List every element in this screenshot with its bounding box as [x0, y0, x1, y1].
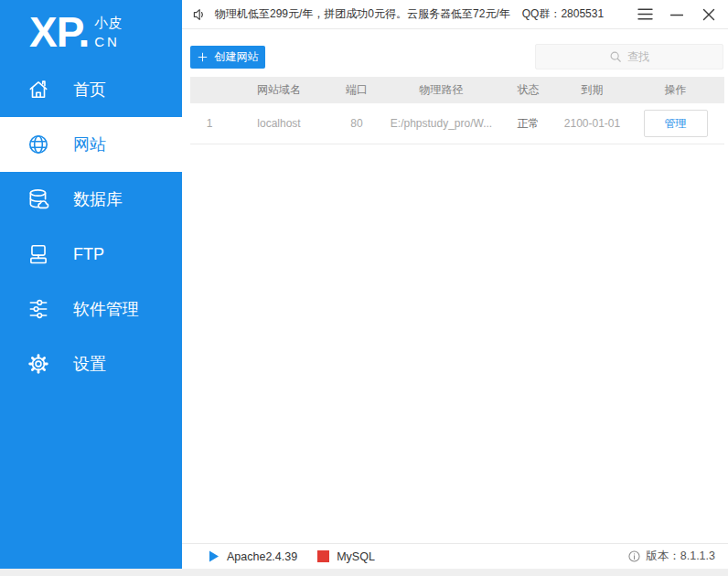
- cell-action: 管理: [626, 110, 724, 137]
- sidebar-item-settings[interactable]: 设置: [0, 336, 182, 391]
- mysql-label: MySQL: [337, 550, 375, 563]
- topbar: 物理机低至299元/年，拼团成功0元得。云服务器低至72元/年 QQ群：2805…: [182, 0, 728, 29]
- cell-port: 80: [329, 117, 384, 130]
- table-row: 1 localhost 80 E:/phpstudy_pro/W... 正常 2…: [190, 103, 724, 144]
- sidebar-item-label: FTP: [73, 245, 104, 264]
- stop-icon: [317, 550, 329, 562]
- create-website-button[interactable]: 创建网站: [190, 46, 265, 69]
- header-domain: 网站域名: [229, 82, 329, 98]
- info-icon: [628, 550, 640, 562]
- header-status: 状态: [498, 82, 558, 98]
- version-info: 版本：8.1.1.3: [628, 549, 715, 564]
- mysql-status[interactable]: MySQL: [317, 550, 375, 563]
- app-window: XP. 小皮 CN 首页 网站: [0, 0, 728, 576]
- sliders-icon: [27, 297, 50, 321]
- statusbar: Apache2.4.39 MySQL 版本：8.1.1.3: [182, 543, 728, 569]
- gear-icon: [27, 352, 50, 376]
- sidebar-item-website[interactable]: 网站: [0, 117, 182, 172]
- close-icon[interactable]: [699, 4, 719, 26]
- search-input[interactable]: 查找: [535, 44, 723, 69]
- sidebar-item-label: 网站: [73, 133, 106, 155]
- announcement-text: 物理机低至299元/年，拼团成功0元得。云服务器低至72元/年: [215, 6, 510, 22]
- cell-status: 正常: [498, 116, 558, 132]
- home-icon: [27, 78, 50, 101]
- version-label: 版本：8.1.1.3: [646, 549, 715, 564]
- search-icon: [609, 50, 622, 63]
- cell-domain: localhost: [229, 117, 329, 130]
- sidebar-item-ftp[interactable]: FTP: [0, 227, 182, 282]
- header-path: 物理路径: [384, 82, 498, 98]
- sidebar: XP. 小皮 CN 首页 网站: [0, 0, 182, 569]
- play-icon: [209, 550, 219, 562]
- table-header-row: 网站域名 端口 物理路径 状态 到期 操作: [190, 77, 724, 103]
- cell-path: E:/phpstudy_pro/W...: [384, 117, 498, 130]
- speaker-icon: [192, 7, 207, 22]
- manage-button[interactable]: 管理: [644, 110, 708, 137]
- sidebar-item-software[interactable]: 软件管理: [0, 282, 182, 336]
- header-expire: 到期: [558, 82, 626, 98]
- cell-expire: 2100-01-01: [558, 117, 626, 130]
- globe-icon: [27, 133, 50, 156]
- menu-icon[interactable]: [635, 4, 655, 26]
- header-action: 操作: [626, 82, 724, 98]
- sidebar-item-database[interactable]: 数据库: [0, 172, 182, 227]
- cell-index: 1: [190, 117, 229, 130]
- website-table: 网站域名 端口 物理路径 状态 到期 操作 1 localhost 80 E:/…: [190, 77, 724, 144]
- header-port: 端口: [329, 82, 384, 98]
- logo-sub-top: 小皮: [94, 16, 122, 30]
- sidebar-nav: 首页 网站 数据库 FTP: [0, 62, 182, 391]
- sidebar-item-label: 设置: [73, 353, 106, 375]
- app-logo: XP. 小皮 CN: [0, 0, 182, 55]
- create-website-label: 创建网站: [215, 49, 259, 65]
- apache-label: Apache2.4.39: [227, 550, 297, 563]
- apache-status[interactable]: Apache2.4.39: [209, 550, 297, 563]
- window-bottom-edge: [0, 569, 728, 576]
- sidebar-item-home[interactable]: 首页: [0, 62, 182, 117]
- main-area: 物理机低至299元/年，拼团成功0元得。云服务器低至72元/年 QQ群：2805…: [182, 0, 728, 569]
- plus-icon: [198, 52, 208, 62]
- sidebar-item-label: 首页: [73, 79, 106, 101]
- qq-group-text: QQ群：2805531: [522, 6, 604, 22]
- search-placeholder: 查找: [627, 49, 649, 65]
- minimize-icon[interactable]: [667, 4, 687, 26]
- ftp-icon: [27, 242, 50, 266]
- database-icon: [27, 187, 50, 211]
- logo-sub-bottom: CN: [94, 35, 122, 49]
- logo-text: XP.: [29, 9, 89, 55]
- sidebar-item-label: 数据库: [73, 188, 123, 210]
- logo-subtext: 小皮 CN: [94, 16, 122, 49]
- sidebar-item-label: 软件管理: [73, 298, 139, 320]
